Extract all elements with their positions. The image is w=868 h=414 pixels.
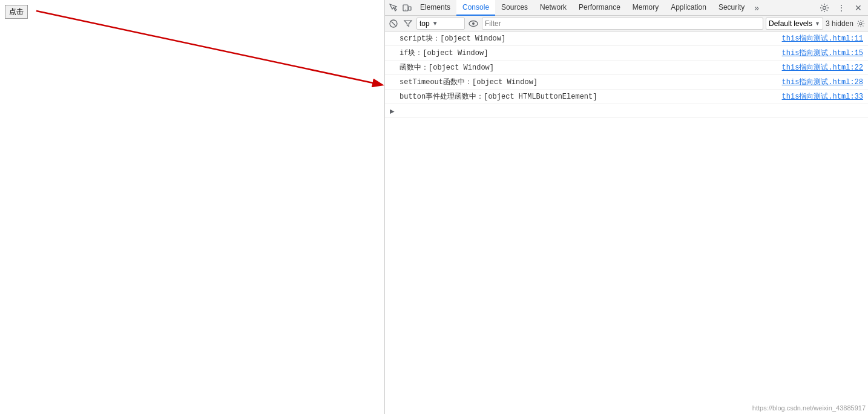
svg-point-10 [860,22,862,25]
entry-source-link[interactable]: this指向测试.html:11 [780,33,868,44]
entry-expand-icon[interactable] [387,76,397,87]
tab-memory[interactable]: Memory [626,0,665,16]
tab-application[interactable]: Application [665,0,712,16]
settings-icon[interactable] [817,1,832,15]
svg-line-1 [36,11,381,85]
log-levels-selector[interactable]: Default levels ▼ [766,18,823,30]
click-button[interactable]: 点击 [5,5,28,19]
more-options-icon[interactable]: ⋮ [834,1,849,15]
devtools-actions: ⋮ ✕ [817,1,866,15]
hidden-count: 3 hidden [826,19,853,28]
context-selector[interactable]: top ▼ [416,18,465,30]
entry-text: script块：[object Window] [397,33,780,44]
clear-console-icon[interactable] [387,18,399,30]
context-dropdown-arrow: ▼ [432,20,438,27]
tab-sources[interactable]: Sources [495,0,534,16]
entry-text: 函数中：[object Window] [397,62,780,73]
close-devtools-icon[interactable]: ✕ [851,1,866,15]
entry-text: setTimeout函数中：[object Window] [397,76,780,88]
console-expand-row[interactable]: ▶ [385,104,868,118]
devtools-tab-bar: Elements Console Sources Network Perform… [385,0,868,16]
svg-point-9 [472,22,475,25]
expand-icon[interactable]: ▶ [387,105,397,116]
log-entry: script块：[object Window]this指向测试.html:11 [385,31,868,46]
filter-icon[interactable] [402,18,414,30]
console-settings-icon[interactable] [856,19,866,28]
tab-performance[interactable]: Performance [573,0,626,16]
inspect-icon[interactable] [387,2,399,14]
entry-expand-icon[interactable] [387,47,397,58]
watermark: https://blog.csdn.net/weixin_43885917 [752,404,866,412]
console-toolbar: top ▼ Default levels ▼ 3 hidden [385,16,868,31]
log-entry: if块：[object Window]this指向测试.html:15 [385,46,868,61]
console-content: script块：[object Window]this指向测试.html:11i… [385,31,868,414]
log-entry: button事件处理函数中：[object HTMLButtonElement]… [385,90,868,104]
levels-dropdown-arrow: ▼ [815,21,820,27]
arrow-annotation [0,0,384,414]
live-expression-icon[interactable] [467,18,479,30]
entry-expand-icon[interactable] [387,62,397,73]
log-entry: 函数中：[object Window]this指向测试.html:22 [385,61,868,75]
entry-source-link[interactable]: this指向测试.html:33 [780,91,868,102]
tab-console[interactable]: Console [456,0,495,16]
entry-source-link[interactable]: this指向测试.html:22 [780,62,868,73]
svg-line-7 [392,21,396,25]
tab-security[interactable]: Security [712,0,751,16]
svg-point-5 [823,6,826,9]
tab-network[interactable]: Network [534,0,573,16]
entry-source-link[interactable]: this指向测试.html:28 [780,76,868,88]
devtools-panel: Elements Console Sources Network Perform… [384,0,868,414]
entry-text: if块：[object Window] [397,47,780,59]
entry-source-link[interactable]: this指向测试.html:15 [780,47,868,59]
entry-text: button事件处理函数中：[object HTMLButtonElement] [397,91,780,102]
filter-input[interactable] [482,18,763,30]
svg-rect-3 [409,7,411,10]
device-icon[interactable] [401,2,413,14]
tab-elements[interactable]: Elements [414,0,456,16]
entry-expand-icon[interactable] [387,91,397,102]
entry-expand-icon[interactable] [387,33,397,44]
svg-point-4 [405,9,406,10]
log-entry: setTimeout函数中：[object Window]this指向测试.ht… [385,75,868,90]
more-tabs-button[interactable]: » [751,3,763,13]
page-area: 点击 [0,0,384,414]
log-entries-container: script块：[object Window]this指向测试.html:11i… [385,31,868,104]
